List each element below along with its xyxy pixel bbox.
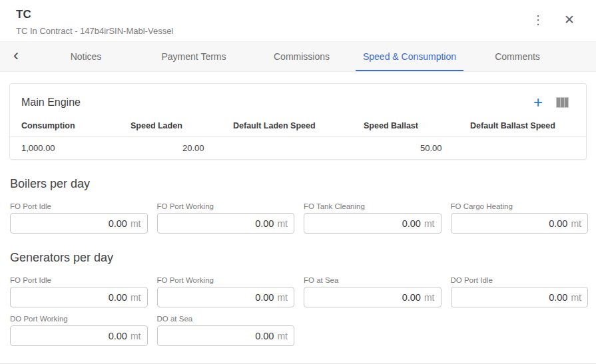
page-subtitle: TC In Contract - 147b4irSIN-Mabl-Vessel bbox=[16, 26, 580, 36]
field-label: FO Port Working bbox=[157, 202, 295, 210]
field-value: 0.00 bbox=[255, 292, 274, 303]
field-value: 0.00 bbox=[109, 331, 127, 341]
field-label: DO Port Idle bbox=[451, 276, 589, 284]
table-row[interactable]: 1,000.00 20.00 50.00 bbox=[10, 137, 586, 159]
field-boilers-fo-tank-cleaning: FO Tank Cleaning 0.00 mt bbox=[304, 202, 442, 234]
field-generators-fo-port-working: FO Port Working 0.00 mt bbox=[157, 276, 295, 307]
col-header-speed-ballast: Speed Ballast bbox=[364, 121, 470, 130]
field-value: 0.00 bbox=[109, 292, 127, 303]
generators-heading: Generators per day bbox=[10, 251, 596, 265]
field-label: FO Cargo Heating bbox=[451, 202, 589, 210]
field-generators-do-port-working: DO Port Working 0.00 mt bbox=[10, 315, 148, 346]
field-unit: mt bbox=[277, 331, 288, 341]
page-title: TC bbox=[16, 8, 580, 21]
field-boilers-fo-cargo-heating: FO Cargo Heating 0.00 mt bbox=[451, 202, 589, 234]
field-value: 0.00 bbox=[402, 218, 421, 229]
generators-do-port-working-input[interactable]: 0.00 mt bbox=[10, 325, 148, 346]
field-label: FO Tank Cleaning bbox=[304, 202, 442, 210]
main-engine-table-header: Consumption Speed Laden Default Laden Sp… bbox=[10, 114, 586, 137]
field-label: DO at Sea bbox=[157, 315, 295, 323]
generators-field-grid: FO Port Idle 0.00 mt FO Port Working 0.0… bbox=[10, 276, 588, 346]
field-value: 0.00 bbox=[109, 218, 127, 229]
tab-speed-consumption[interactable]: Speed & Consumption bbox=[356, 42, 463, 71]
tab-notices[interactable]: Notices bbox=[32, 42, 140, 71]
col-header-consumption: Consumption bbox=[21, 121, 131, 130]
kebab-menu-icon[interactable]: ⋮ bbox=[529, 13, 547, 27]
field-generators-fo-port-idle: FO Port Idle 0.00 mt bbox=[10, 276, 148, 307]
field-label: FO Port Working bbox=[157, 276, 295, 284]
field-unit: mt bbox=[571, 292, 581, 303]
field-boilers-fo-port-idle: FO Port Idle 0.00 mt bbox=[10, 202, 148, 234]
field-value: 0.00 bbox=[549, 218, 567, 229]
main-engine-title: Main Engine bbox=[21, 96, 81, 108]
dialog-header: TC TC In Contract - 147b4irSIN-Mabl-Vess… bbox=[0, 0, 596, 41]
field-generators-fo-at-sea: FO at Sea 0.00 mt bbox=[304, 276, 442, 307]
col-header-default-laden-speed: Default Laden Speed bbox=[233, 121, 364, 130]
field-unit: mt bbox=[277, 292, 288, 303]
boilers-fo-port-working-input[interactable]: 0.00 mt bbox=[157, 213, 295, 234]
tab-commissions[interactable]: Commissions bbox=[248, 42, 356, 71]
field-value: 0.00 bbox=[402, 292, 421, 303]
cell-consumption[interactable]: 1,000.00 bbox=[21, 143, 131, 153]
field-label: FO Port Idle bbox=[10, 202, 148, 210]
field-value: 0.00 bbox=[255, 218, 274, 229]
boilers-fo-port-idle-input[interactable]: 0.00 mt bbox=[10, 213, 148, 234]
main-engine-actions: + bbox=[533, 94, 569, 110]
field-boilers-fo-port-working: FO Port Working 0.00 mt bbox=[157, 202, 295, 234]
boilers-fo-tank-cleaning-input[interactable]: 0.00 mt bbox=[304, 213, 442, 234]
main-engine-card-header: Main Engine + bbox=[10, 84, 586, 114]
generators-fo-port-working-input[interactable]: 0.00 mt bbox=[157, 287, 295, 307]
generators-do-at-sea-input[interactable]: 0.00 mt bbox=[157, 325, 295, 346]
field-unit: mt bbox=[571, 218, 581, 229]
field-label: DO Port Working bbox=[10, 315, 148, 323]
cell-speed-ballast[interactable]: 50.00 bbox=[364, 143, 470, 153]
boilers-heading: Boilers per day bbox=[10, 177, 596, 191]
chevron-left-icon[interactable]: ‹ bbox=[0, 42, 32, 71]
field-generators-do-port-idle: DO Port Idle 0.00 mt bbox=[451, 276, 589, 307]
field-unit: mt bbox=[424, 218, 435, 229]
field-label: FO at Sea bbox=[304, 276, 442, 284]
field-unit: mt bbox=[424, 292, 435, 303]
columns-icon[interactable] bbox=[556, 97, 569, 108]
header-actions: ⋮ ✕ bbox=[529, 12, 577, 27]
generators-fo-at-sea-input[interactable]: 0.00 mt bbox=[304, 287, 442, 307]
field-unit: mt bbox=[131, 218, 141, 229]
generators-do-port-idle-input[interactable]: 0.00 mt bbox=[451, 287, 589, 307]
boilers-fo-cargo-heating-input[interactable]: 0.00 mt bbox=[451, 213, 589, 234]
generators-fo-port-idle-input[interactable]: 0.00 mt bbox=[10, 287, 148, 307]
tab-payment-terms[interactable]: Payment Terms bbox=[140, 42, 248, 71]
add-row-icon[interactable]: + bbox=[533, 94, 543, 110]
col-header-speed-laden: Speed Laden bbox=[131, 121, 233, 130]
col-header-default-ballast-speed: Default Ballast Speed bbox=[470, 121, 586, 130]
field-unit: mt bbox=[131, 331, 141, 341]
field-value: 0.00 bbox=[549, 292, 567, 303]
field-label: FO Port Idle bbox=[10, 276, 148, 284]
tab-bar: ‹ Notices Payment Terms Commissions Spee… bbox=[0, 41, 596, 72]
tab-comments[interactable]: Comments bbox=[463, 42, 571, 71]
field-value: 0.00 bbox=[255, 331, 274, 341]
boilers-field-grid: FO Port Idle 0.00 mt FO Port Working 0.0… bbox=[10, 202, 588, 234]
main-engine-card: Main Engine + Consumption Speed Laden De… bbox=[9, 83, 587, 160]
field-unit: mt bbox=[131, 292, 141, 303]
field-unit: mt bbox=[277, 218, 288, 229]
cell-speed-laden[interactable]: 20.00 bbox=[131, 143, 233, 153]
field-generators-do-at-sea: DO at Sea 0.00 mt bbox=[157, 315, 295, 346]
close-icon[interactable]: ✕ bbox=[561, 12, 577, 27]
